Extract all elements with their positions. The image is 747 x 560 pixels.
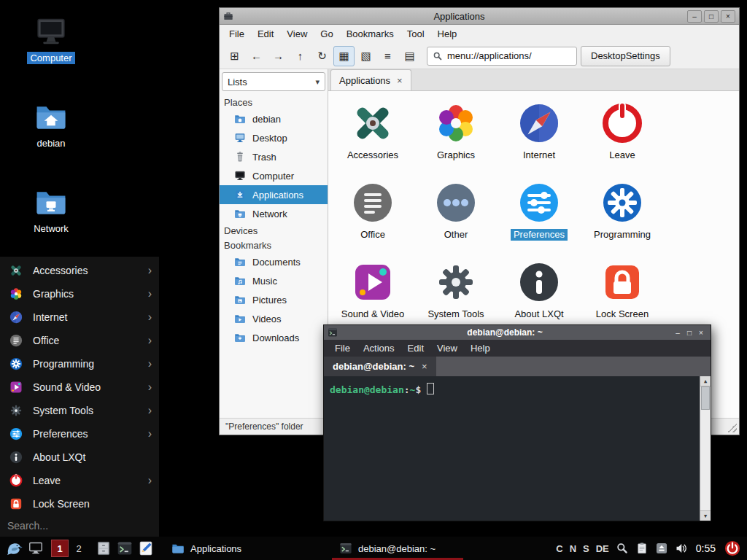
detailed-view-button[interactable]: ▤	[399, 46, 420, 66]
sidebar-item-videos[interactable]: Videos	[220, 309, 328, 328]
clipboard-tray-button[interactable]	[635, 542, 649, 555]
menu-item-internet[interactable]: Internet ›	[0, 306, 159, 329]
desktop-icon-debian[interactable]: debian	[16, 100, 86, 149]
workspace-2-button[interactable]: 2	[71, 543, 86, 554]
path-bar[interactable]: menu://applications/	[427, 47, 577, 66]
quicklaunch-editor[interactable]	[138, 540, 154, 556]
app-item-leave[interactable]: Leave	[581, 100, 664, 179]
new-window-button[interactable]: ⊞	[224, 46, 245, 66]
close-button[interactable]: ×	[695, 329, 707, 337]
menu-bookmarks[interactable]: Bookmarks	[340, 28, 400, 39]
app-item-preferences[interactable]: Preferences	[498, 179, 581, 259]
terminal-viewport[interactable]: debian@debian:~$ ▲ ▼	[324, 376, 711, 521]
scroll-up-icon[interactable]: ▲	[700, 376, 711, 386]
sidebar-item-pictures[interactable]: Pictures	[220, 290, 328, 309]
sidebar-mode-select[interactable]: Lists ▾	[222, 72, 325, 91]
app-item-other[interactable]: Other	[414, 179, 498, 259]
scroll-down-icon[interactable]: ▼	[700, 510, 711, 521]
app-item-accessories[interactable]: Accessories	[331, 100, 414, 179]
close-button[interactable]: ×	[721, 10, 735, 23]
task-button-applications[interactable]: Applications	[164, 537, 288, 560]
task-button-terminal[interactable]: debian@debian: ~	[332, 537, 463, 560]
terminal-titlebar[interactable]: debian@debian: ~ – □ ×	[324, 325, 711, 340]
back-button[interactable]: ←	[246, 46, 267, 66]
leave-button[interactable]	[724, 540, 741, 557]
tab-close-icon[interactable]: ×	[397, 75, 403, 86]
menu-edit[interactable]: Edit	[401, 343, 430, 354]
minimize-button[interactable]: –	[672, 329, 684, 337]
menu-item-office[interactable]: Office ›	[0, 329, 159, 352]
file-manager-titlebar[interactable]: Applications – □ ×	[220, 8, 739, 25]
desktop-icon-network[interactable]: Network	[16, 185, 86, 235]
scrollbar[interactable]: ▲ ▼	[700, 376, 711, 521]
search-input[interactable]	[6, 519, 153, 532]
window-title: debian@debian: ~	[338, 327, 672, 338]
menu-view[interactable]: View	[280, 28, 314, 39]
sidebar-item-computer[interactable]: Computer	[220, 166, 328, 185]
scrollbar-thumb[interactable]	[701, 386, 710, 410]
path-text: menu://applications/	[447, 50, 532, 61]
sound-video-icon	[349, 259, 396, 306]
volume-button[interactable]	[675, 542, 688, 555]
thumbnail-view-button[interactable]: ▧	[355, 46, 376, 66]
quicklaunch-file-manager[interactable]	[96, 540, 112, 556]
forward-button[interactable]: →	[268, 46, 289, 66]
menu-item-accessories[interactable]: Accessories ›	[0, 259, 159, 282]
menu-item-lock-screen[interactable]: Lock Screen	[0, 492, 159, 516]
show-desktop-button[interactable]	[28, 540, 44, 556]
tab-applications[interactable]: Applications ×	[330, 69, 411, 90]
terminal-icon	[117, 540, 133, 556]
keyboard-layout-indicator[interactable]: DE	[596, 543, 609, 554]
sidebar-item-desktop[interactable]: Desktop	[220, 128, 328, 147]
sidebar-item-documents[interactable]: Documents	[220, 252, 328, 271]
menu-item-sound-video[interactable]: Sound & Video ›	[0, 376, 159, 399]
sidebar-header-bookmarks: Bookmarks	[220, 238, 328, 252]
sidebar-item-trash[interactable]: Trash	[220, 147, 328, 166]
menu-go[interactable]: Go	[314, 28, 339, 39]
menu-help[interactable]: Help	[464, 343, 497, 354]
screenshot-tool-button[interactable]	[616, 542, 629, 555]
menu-item-system-tools[interactable]: System Tools ›	[0, 399, 159, 422]
menu-tool[interactable]: Tool	[400, 28, 431, 39]
quicklaunch-terminal[interactable]	[117, 540, 133, 556]
start-menu-button[interactable]	[5, 540, 23, 557]
app-label: Sound & Video	[341, 308, 405, 320]
menu-item-preferences[interactable]: Preferences ›	[0, 422, 159, 446]
menu-view[interactable]: View	[430, 343, 464, 354]
menu-edit[interactable]: Edit	[251, 28, 280, 39]
menu-actions[interactable]: Actions	[357, 343, 401, 354]
minimize-button[interactable]: –	[687, 10, 702, 23]
sidebar-item-applications[interactable]: Applications	[220, 185, 328, 204]
sidebar-item-debian[interactable]: debian	[220, 109, 328, 128]
sidebar-item-music[interactable]: Music	[220, 271, 328, 290]
resize-grip[interactable]	[727, 423, 737, 432]
sidebar-item-downloads[interactable]: Downloads	[220, 328, 328, 347]
menu-item-graphics[interactable]: Graphics ›	[0, 282, 159, 306]
tab-close-icon[interactable]: ×	[422, 361, 427, 372]
menu-help[interactable]: Help	[431, 28, 464, 39]
menu-item-leave[interactable]: Leave ›	[0, 469, 159, 492]
app-item-graphics[interactable]: Graphics	[414, 100, 498, 179]
maximize-button[interactable]: □	[684, 329, 695, 337]
app-item-office[interactable]: Office	[331, 179, 414, 259]
removable-media-button[interactable]	[655, 542, 668, 555]
menu-item-programming[interactable]: Programming ›	[0, 352, 159, 376]
menu-item-about-lxqt[interactable]: About LXQt	[0, 446, 159, 469]
desktop-settings-button[interactable]: DesktopSettings	[581, 46, 670, 66]
clock[interactable]: 0:55	[696, 542, 716, 554]
maximize-button[interactable]: □	[704, 10, 719, 23]
app-item-programming[interactable]: Programming	[581, 179, 664, 259]
submenu-arrow-icon: ›	[148, 335, 152, 346]
sidebar-item-network[interactable]: Network	[220, 204, 328, 223]
up-button[interactable]: ↑	[290, 46, 311, 66]
menu-file[interactable]: File	[328, 343, 357, 354]
icon-view-button[interactable]: ▦	[333, 46, 355, 66]
compact-view-button[interactable]: ≡	[377, 46, 398, 66]
workspace-1-button[interactable]: 1	[51, 540, 69, 557]
desktop-icon-computer[interactable]: Computer	[16, 15, 86, 64]
menu-file[interactable]: File	[222, 28, 251, 39]
refresh-button[interactable]: ↻	[311, 46, 333, 66]
terminal-cursor	[427, 383, 434, 394]
app-item-internet[interactable]: Internet	[498, 100, 581, 179]
terminal-tab[interactable]: debian@debian: ~ ×	[324, 357, 436, 376]
